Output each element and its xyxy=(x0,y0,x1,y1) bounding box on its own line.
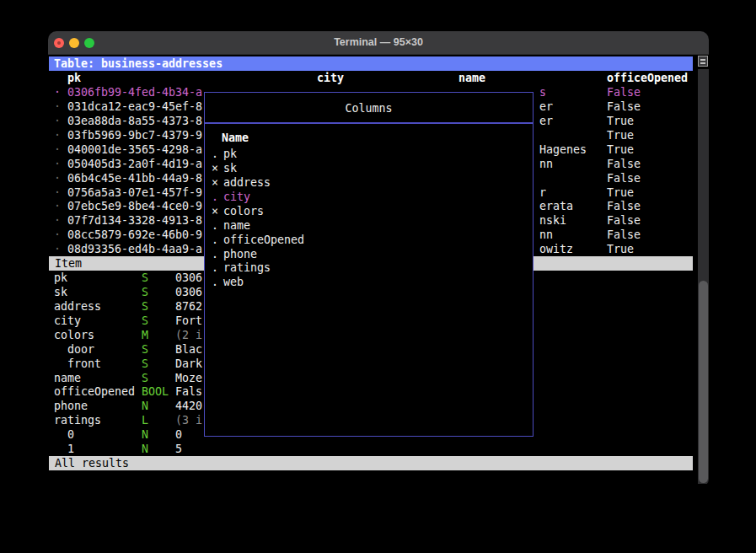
field-name: ratings xyxy=(54,413,101,427)
field-value: 4420 xyxy=(175,399,202,413)
title-bar: Terminal — 95×30 xyxy=(48,31,709,55)
pk-cell: 031dca12-eac9-45ef-8 xyxy=(67,99,202,114)
row-marker-icon: · xyxy=(54,157,61,171)
field-value: Fals xyxy=(175,384,202,399)
scrollbar-track[interactable] xyxy=(698,69,709,484)
field-value: Fort xyxy=(175,314,202,328)
columns-dialog-item[interactable]: .name xyxy=(205,218,533,233)
officeopened-cell: False xyxy=(607,157,641,171)
officeopened-cell: True xyxy=(607,142,634,157)
column-name: colors xyxy=(223,204,264,218)
pk-cell: 06b4c45e-41bb-44a9-8 xyxy=(67,171,202,185)
field-name: front xyxy=(67,357,101,371)
scrollbar-thumb[interactable] xyxy=(699,281,708,483)
field-type: S xyxy=(142,342,148,357)
columns-dialog: Columns Name .pk×sk×address.city×colors.… xyxy=(204,92,533,437)
pk-cell: 08d93356-ed4b-4aa9-a xyxy=(67,242,202,256)
item-field-row[interactable]: 1N5 xyxy=(48,442,693,456)
field-value: 5 xyxy=(175,442,182,456)
field-name: officeOpened xyxy=(54,384,135,399)
column-header-pk: pk xyxy=(67,71,81,85)
pk-cell: 040001de-3565-4298-a xyxy=(67,142,202,157)
pk-cell: 03ea88da-8a55-4373-8 xyxy=(67,114,202,128)
row-marker-icon: · xyxy=(54,85,61,99)
row-marker-icon: · xyxy=(54,99,61,114)
columns-dialog-item[interactable]: .web xyxy=(205,275,533,289)
pk-cell: 0756a5a3-07e1-457f-9 xyxy=(67,185,202,200)
column-visibility-marker: × xyxy=(212,161,218,175)
field-value: 8762 xyxy=(175,299,202,314)
name-cell: nn xyxy=(539,228,553,242)
columns-dialog-item[interactable]: .officeOpened xyxy=(205,233,533,247)
columns-name-header: Name xyxy=(222,131,249,145)
column-name: web xyxy=(223,275,244,289)
status-text: All results xyxy=(55,456,129,470)
field-type: S xyxy=(142,314,148,328)
row-marker-icon: · xyxy=(54,228,61,242)
column-header-city: city xyxy=(317,71,344,85)
dialog-separator xyxy=(205,122,533,124)
column-visibility-marker: . xyxy=(212,260,218,275)
column-visibility-marker: . xyxy=(212,190,218,204)
columns-dialog-item[interactable]: .pk xyxy=(205,147,533,161)
field-name: 1 xyxy=(67,442,74,456)
columns-dialog-item[interactable]: .ratings xyxy=(205,260,533,275)
column-visibility-marker: . xyxy=(212,218,218,233)
terminal-window: Terminal — 95×30 Table: business-address… xyxy=(48,31,709,487)
column-name: sk xyxy=(223,161,237,175)
field-type: N xyxy=(142,427,148,442)
column-name: name xyxy=(223,218,250,233)
officeopened-cell: False xyxy=(607,171,641,185)
name-cell: er xyxy=(539,114,553,128)
field-value: Blac xyxy=(175,342,202,357)
columns-dialog-item[interactable]: ×address xyxy=(205,175,533,190)
column-header-officeopened: officeOpened xyxy=(607,71,688,85)
pk-cell: 07ebc5e9-8be4-4ce0-9 xyxy=(67,199,202,213)
field-type: S xyxy=(142,357,148,371)
column-name: address xyxy=(223,175,271,190)
columns-dialog-item[interactable]: ×sk xyxy=(205,161,533,175)
columns-dialog-item[interactable]: ×colors xyxy=(205,204,533,218)
name-cell: nn xyxy=(539,157,553,171)
status-bar: All results xyxy=(49,456,693,470)
name-cell: s xyxy=(539,85,546,99)
item-panel-title: Item xyxy=(55,256,82,271)
field-name: phone xyxy=(54,399,88,413)
field-name: pk xyxy=(54,271,67,285)
column-name: officeOpened xyxy=(223,233,304,247)
field-type: BOOL xyxy=(142,384,169,399)
field-value: 0 xyxy=(175,427,182,442)
field-value: Dark xyxy=(175,357,202,371)
officeopened-cell: False xyxy=(607,213,641,228)
name-cell: er xyxy=(539,99,553,114)
pk-cell: 08cc5879-692e-46b0-9 xyxy=(67,228,202,242)
scrollbar-marks-button[interactable] xyxy=(698,56,708,67)
field-name: city xyxy=(54,314,81,328)
column-name: pk xyxy=(223,147,237,161)
column-visibility-marker: . xyxy=(212,147,218,161)
officeopened-cell: False xyxy=(607,85,641,99)
table-name-label: Table: business-addresses xyxy=(54,56,223,71)
name-cell: r xyxy=(539,185,546,200)
row-marker-icon: · xyxy=(54,171,61,185)
column-visibility-marker: × xyxy=(212,175,218,190)
officeopened-cell: False xyxy=(607,99,641,114)
column-visibility-marker: . xyxy=(212,275,218,289)
row-marker-icon: · xyxy=(54,185,61,200)
field-type: M xyxy=(142,328,148,342)
row-marker-icon: · xyxy=(54,213,61,228)
window-title: Terminal — 95×30 xyxy=(48,31,709,54)
officeopened-cell: False xyxy=(607,228,641,242)
columns-dialog-item[interactable]: .city xyxy=(205,190,533,204)
column-visibility-marker: . xyxy=(212,247,218,261)
table-header-bar: Table: business-addresses xyxy=(49,56,693,71)
field-value: (2 i xyxy=(175,328,202,342)
officeopened-cell: True xyxy=(607,114,634,128)
pk-cell: 0306fb99-4fed-4b34-a xyxy=(67,85,202,99)
name-cell: owitz xyxy=(539,242,573,256)
field-type: N xyxy=(142,442,148,456)
columns-dialog-item[interactable]: .phone xyxy=(205,247,533,261)
field-type: L xyxy=(142,413,148,427)
pk-cell: 07f7d134-3328-4913-8 xyxy=(67,213,202,228)
row-marker-icon: · xyxy=(54,242,61,256)
